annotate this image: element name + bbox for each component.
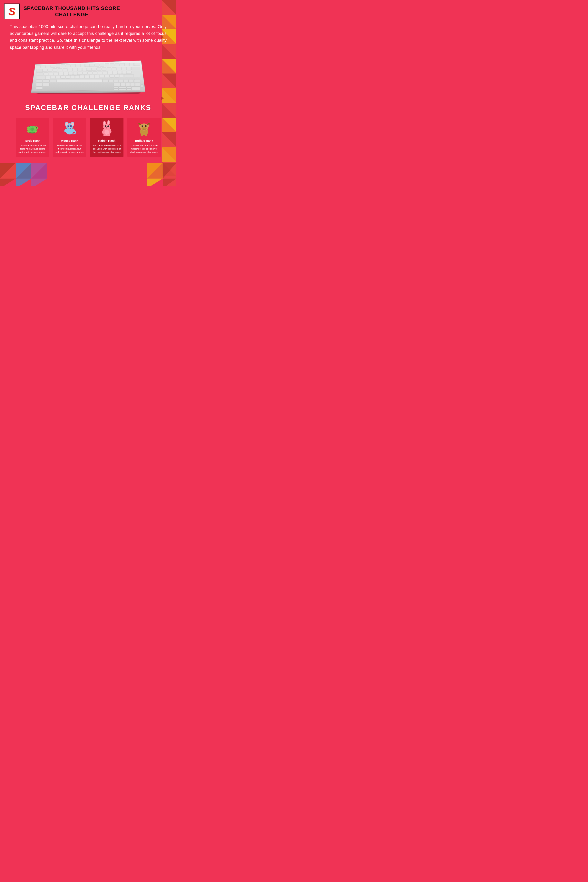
svg-rect-91 — [56, 76, 60, 79]
bottom-decoration — [0, 163, 176, 186]
svg-point-154 — [71, 126, 71, 126]
buffalo-rank-name: Buffalo Rank — [129, 139, 159, 142]
keyboard-area — [10, 55, 166, 94]
svg-rect-105 — [124, 75, 134, 77]
buffalo-rank-desc: This ultimate rank is for the masters of… — [129, 144, 159, 154]
svg-rect-100 — [100, 75, 104, 78]
svg-point-144 — [27, 129, 29, 130]
svg-rect-127 — [118, 87, 126, 88]
keyboard-image — [29, 55, 147, 94]
svg-rect-32 — [61, 64, 65, 67]
svg-rect-132 — [132, 87, 140, 90]
svg-rect-117 — [36, 83, 42, 86]
svg-rect-78 — [88, 72, 92, 74]
turtle-rank-desc: This absolute rank is for the users who … — [18, 144, 47, 154]
svg-rect-67 — [131, 67, 140, 70]
svg-rect-109 — [57, 80, 102, 82]
svg-point-180 — [139, 125, 141, 127]
svg-rect-108 — [50, 80, 56, 82]
svg-rect-55 — [72, 68, 77, 71]
svg-rect-85 — [122, 71, 127, 74]
mouse-animal — [61, 120, 78, 137]
svg-rect-29 — [46, 65, 50, 68]
svg-rect-35 — [75, 64, 80, 67]
svg-rect-125 — [36, 87, 42, 89]
svg-point-172 — [106, 127, 107, 128]
svg-rect-28 — [41, 65, 45, 68]
svg-rect-99 — [95, 75, 99, 78]
ranks-section: SPACEBAR CHALLENGE RANKS — [0, 100, 176, 163]
svg-point-124 — [141, 84, 144, 88]
svg-point-177 — [107, 134, 110, 136]
svg-rect-129 — [114, 88, 118, 90]
svg-rect-98 — [90, 75, 94, 78]
logo-box: S — [4, 3, 20, 19]
svg-rect-104 — [119, 75, 124, 77]
svg-rect-66 — [126, 67, 131, 70]
svg-rect-113 — [119, 80, 123, 82]
svg-rect-63 — [112, 68, 116, 70]
svg-rect-62 — [107, 68, 111, 70]
svg-rect-96 — [80, 75, 84, 78]
svg-marker-204 — [147, 178, 163, 186]
svg-rect-86 — [127, 71, 132, 74]
svg-rect-77 — [83, 72, 87, 75]
svg-point-188 — [146, 126, 146, 126]
svg-rect-84 — [117, 71, 122, 74]
svg-rect-189 — [141, 134, 143, 136]
svg-rect-64 — [117, 67, 121, 70]
svg-point-138 — [34, 126, 38, 129]
svg-marker-197 — [0, 178, 16, 186]
svg-rect-106 — [36, 80, 42, 82]
ranks-grid: Turtle Rank This absolute rank is for th… — [6, 118, 171, 157]
svg-rect-93 — [66, 76, 70, 78]
svg-rect-131 — [127, 88, 131, 90]
svg-rect-45 — [124, 63, 129, 66]
svg-rect-90 — [51, 76, 55, 79]
svg-rect-65 — [122, 67, 126, 70]
svg-rect-68 — [36, 72, 44, 75]
mouse-rank-desc: The rank is best fit for our users enthu… — [55, 144, 84, 154]
svg-rect-54 — [68, 68, 72, 71]
svg-point-184 — [144, 128, 146, 129]
turtle-rank-name: Turtle Rank — [18, 139, 47, 142]
svg-rect-37 — [85, 64, 90, 67]
main-content: This spacebar 1000 hits score challenge … — [0, 21, 176, 94]
svg-point-155 — [69, 127, 70, 128]
svg-rect-43 — [115, 63, 119, 66]
svg-rect-52 — [58, 68, 62, 71]
buffalo-animal — [135, 120, 153, 137]
svg-point-187 — [142, 126, 143, 126]
svg-rect-31 — [56, 64, 60, 68]
svg-rect-103 — [114, 75, 119, 77]
svg-rect-89 — [46, 76, 50, 79]
svg-rect-114 — [124, 80, 128, 82]
rabbit-rank-desc: It is one of the best ranks for our user… — [92, 144, 122, 154]
svg-marker-198 — [16, 178, 32, 186]
svg-rect-46 — [129, 63, 134, 66]
svg-rect-88 — [36, 76, 45, 79]
svg-rect-42 — [110, 63, 114, 66]
rank-card-buffalo: Buffalo Rank This ultimate rank is for t… — [128, 118, 161, 157]
svg-rect-118 — [43, 83, 50, 86]
svg-rect-27 — [36, 66, 40, 68]
svg-rect-83 — [112, 71, 117, 74]
svg-rect-50 — [48, 69, 52, 72]
header: S SPACEBAR THOUSAND HITS SCORE CHALLENGE — [0, 0, 176, 21]
svg-rect-119 — [114, 83, 120, 86]
svg-rect-130 — [118, 88, 126, 90]
svg-rect-101 — [105, 75, 109, 78]
svg-rect-53 — [63, 68, 67, 71]
svg-rect-82 — [108, 71, 112, 74]
svg-rect-122 — [130, 83, 135, 86]
svg-rect-102 — [110, 75, 114, 77]
svg-rect-47 — [134, 63, 140, 66]
svg-rect-76 — [78, 72, 82, 75]
svg-rect-97 — [85, 75, 89, 78]
header-title: SPACEBAR THOUSAND HITS SCORE CHALLENGE — [24, 5, 120, 18]
svg-rect-51 — [53, 69, 57, 71]
turtle-animal — [24, 120, 41, 137]
svg-rect-75 — [73, 72, 78, 75]
svg-rect-49 — [43, 69, 47, 72]
svg-rect-60 — [97, 68, 101, 70]
